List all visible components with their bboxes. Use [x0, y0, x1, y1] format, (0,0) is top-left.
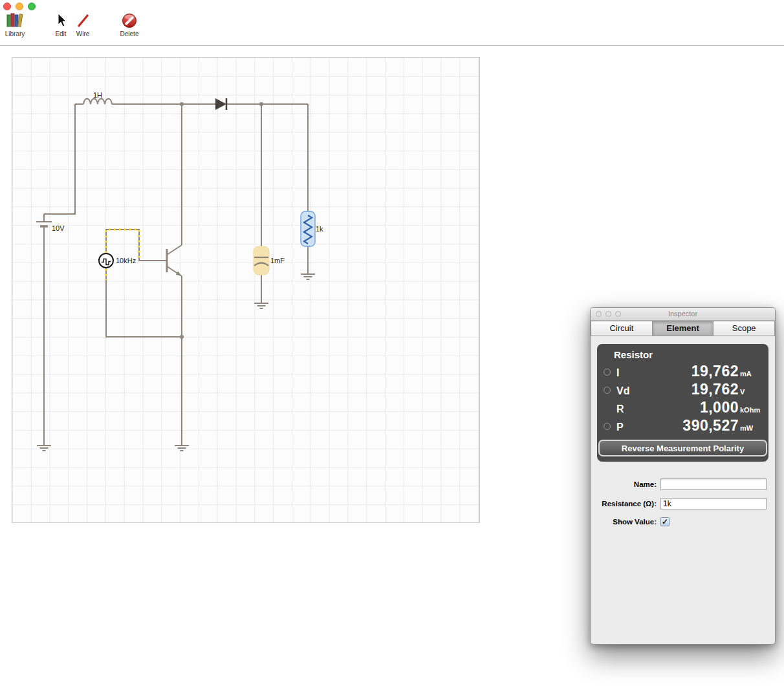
- ground-symbols[interactable]: [37, 274, 315, 451]
- inductor-component[interactable]: [83, 99, 112, 104]
- inspector-minimize-button[interactable]: [605, 311, 611, 317]
- reverse-polarity-button[interactable]: Reverse Measurement Polarity: [598, 440, 767, 456]
- circuit-drawing: 1H 10V 10kHz 1mF 1k: [12, 58, 479, 522]
- power-scope-radio[interactable]: [604, 423, 611, 430]
- inspector-window: Inspector Circuit Element Scope Resistor…: [590, 307, 776, 645]
- toolbar-delete-button[interactable]: Delete: [116, 12, 143, 38]
- name-row: Name:: [591, 478, 775, 490]
- tab-scope[interactable]: Scope: [713, 321, 775, 336]
- show-value-checkbox[interactable]: ✓: [660, 517, 670, 526]
- capacitor-highlight: [254, 246, 269, 275]
- transistor-component[interactable]: [167, 245, 182, 276]
- meter-value: 390,527: [635, 417, 739, 434]
- capacitor-component[interactable]: [254, 246, 269, 275]
- emitter-arrow: [176, 271, 182, 276]
- meter-unit: kOhm: [739, 406, 762, 414]
- show-value-row: Show Value: ✓: [591, 517, 775, 526]
- inductor-value-label: 1H: [93, 91, 102, 99]
- current-scope-radio[interactable]: [604, 369, 611, 376]
- meter-row-resistance: R 1,000 kOhm: [604, 399, 762, 417]
- resistance-row: Resistance (Ω):: [591, 498, 775, 509]
- toolbar-delete-label: Delete: [116, 30, 143, 38]
- battery-component[interactable]: [36, 222, 52, 226]
- meter-value: 1,000: [635, 399, 739, 416]
- circuit-canvas[interactable]: 1H 10V 10kHz 1mF 1k: [12, 57, 480, 523]
- radio-spacer: [604, 405, 611, 412]
- meter-unit: V: [739, 388, 762, 396]
- window-traffic-lights: [3, 3, 36, 10]
- meter-label: R: [616, 403, 635, 415]
- cursor-arrow-icon: [49, 12, 72, 30]
- name-input[interactable]: [660, 478, 767, 490]
- tab-circuit[interactable]: Circuit: [591, 321, 653, 336]
- meter-row-power: P 390,527 mW: [604, 417, 762, 435]
- resistance-input[interactable]: [660, 498, 767, 509]
- inspector-zoom-button[interactable]: [615, 311, 621, 317]
- prohibition-icon: [116, 12, 143, 30]
- toolbar-library-label: Library: [3, 30, 27, 38]
- toolbar-library-button[interactable]: Library: [3, 12, 27, 38]
- toolbar-wire-button[interactable]: Wire: [71, 12, 94, 38]
- library-books-icon: [3, 12, 27, 30]
- toolbar-wire-label: Wire: [71, 30, 94, 38]
- close-button[interactable]: [3, 3, 11, 10]
- inspector-tab-bar: Circuit Element Scope: [591, 321, 775, 336]
- meter-label: Vd: [616, 385, 635, 397]
- name-label: Name:: [591, 480, 660, 488]
- voltage-scope-radio[interactable]: [604, 387, 611, 394]
- square-wave-source-component[interactable]: [99, 253, 113, 268]
- tab-element[interactable]: Element: [653, 321, 714, 336]
- wire-line-icon: [71, 12, 94, 30]
- capacitor-value-label: 1mF: [270, 257, 285, 264]
- toolbar-edit-button[interactable]: Edit: [49, 12, 72, 38]
- element-properties-form: Name: Resistance (Ω): Show Value: ✓: [591, 478, 775, 526]
- meter-value: 19,762: [635, 363, 739, 380]
- checkmark-icon: ✓: [662, 517, 668, 526]
- minimize-button[interactable]: [16, 3, 23, 10]
- inspector-close-button[interactable]: [596, 311, 602, 317]
- meter-row-voltage: Vd 19,762 V: [604, 381, 762, 399]
- circuit-wires[interactable]: [44, 104, 308, 445]
- zoom-button[interactable]: [28, 3, 36, 10]
- resistor-component[interactable]: [301, 211, 315, 246]
- element-type-title: Resistor: [614, 349, 762, 360]
- meter-row-current: I 19,762 mA: [604, 363, 762, 381]
- source-frequency-label: 10kHz: [116, 257, 136, 264]
- diode-component[interactable]: [215, 98, 226, 110]
- meter-unit: mW: [739, 424, 762, 432]
- toolbar-edit-label: Edit: [49, 30, 72, 38]
- inspector-titlebar[interactable]: Inspector: [591, 308, 775, 321]
- meter-label: P: [616, 422, 635, 433]
- inspector-traffic-lights: [596, 311, 621, 317]
- resistance-label: Resistance (Ω):: [591, 500, 660, 508]
- meter-value: 19,762: [635, 381, 739, 398]
- junction-dots: [180, 102, 263, 339]
- element-measurement-panel: Resistor I 19,762 mA Vd 19,762 V R 1,000…: [597, 344, 768, 462]
- meter-label: I: [616, 367, 635, 379]
- show-value-label: Show Value:: [591, 518, 660, 526]
- app-titlebar: Library Edit Wire: [0, 0, 784, 46]
- resistor-value-label: 1k: [316, 225, 323, 233]
- battery-value-label: 10V: [52, 224, 65, 232]
- meter-unit: mA: [739, 370, 762, 378]
